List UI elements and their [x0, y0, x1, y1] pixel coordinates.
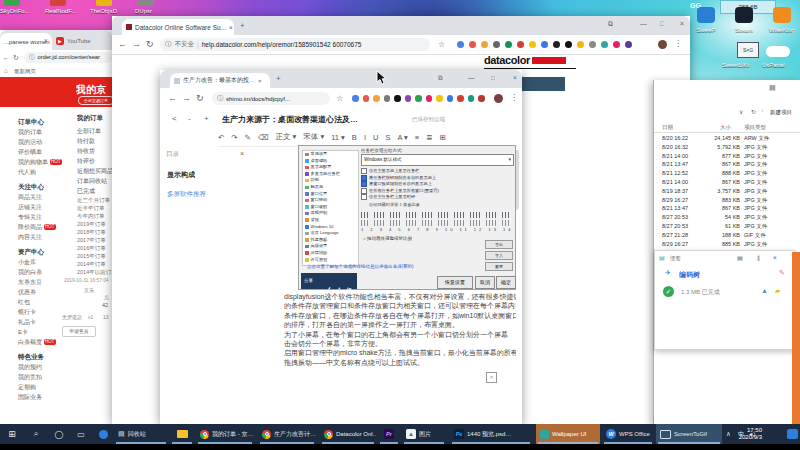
jd-sidebar-item[interactable]: 代人购: [18, 167, 76, 177]
dc-tab[interactable]: Datacolor Online Software Su... ×: [122, 19, 234, 35]
doc-text-line[interactable]: displayfusion这个软件功能也相当丰富，不仅有对分屏设置，还有很多快捷…: [284, 292, 516, 301]
ruler-ticks[interactable]: [361, 220, 511, 226]
jd-after-sale-button[interactable]: 申请售后: [62, 326, 96, 337]
doc-text-line[interactable]: 条件存放窗口，在哪边条件存放各自在每个屏幕打开，如win10默认桌面窗口: [284, 311, 516, 320]
file-row[interactable]: 8/20 16:22 24,145 KB ARW 文件: [654, 134, 800, 143]
file-row[interactable]: 8/27 20:53 61 KB JPG 文件: [654, 222, 800, 231]
back-icon[interactable]: ←: [3, 53, 10, 62]
taskbar-screentogif-button[interactable]: ScreenToGif: [656, 424, 722, 444]
doc-back-icon[interactable]: <: [172, 114, 177, 123]
jd-sidebar-item[interactable]: 资产中心: [18, 247, 76, 257]
search-button[interactable]: ⌕: [24, 424, 48, 444]
profile-avatar[interactable]: [494, 94, 503, 103]
dialog-nav-item[interactable]: 窗口移动: [303, 197, 358, 204]
desktop-icon-image[interactable]: [50, 0, 66, 6]
doc-collapse-icon[interactable]: -: [188, 114, 191, 123]
extension-icon[interactable]: [601, 41, 608, 48]
file-row[interactable]: 8/21 14:00 867 KB JPG 文件: [654, 178, 800, 187]
tab-close-icon[interactable]: ×: [44, 37, 48, 44]
extension-icon[interactable]: [373, 95, 380, 102]
reload-icon[interactable]: ↻: [13, 53, 19, 62]
reload-icon[interactable]: ↻: [146, 40, 154, 49]
dialog-nav-item[interactable]: 警报: [303, 217, 358, 224]
jd-year-link[interactable]: 近半年订单: [77, 204, 113, 212]
refresh-icon[interactable]: ↻: [751, 108, 756, 115]
action-center-icon[interactable]: [787, 429, 798, 439]
jd-order-link[interactable]: 订单回收站: [77, 176, 113, 186]
dialog-nav-item[interactable]: 托盘图标: [303, 237, 358, 244]
taskbar-recycle-button[interactable]: ▤回收站: [114, 424, 168, 444]
jd-order-link[interactable]: 待付款: [77, 136, 113, 146]
jd-banner-pill[interactable]: 全部交易订单: [78, 96, 114, 105]
dialog-nav-item[interactable]: 窗口吸附: [303, 204, 358, 211]
desktop-icon-label[interactable]: DUpsr: [135, 8, 180, 14]
tv-icon[interactable]: S×G: [737, 42, 759, 58]
format-tool[interactable]: 正文 ▾: [276, 132, 297, 142]
desktop-icon-image[interactable]: [138, 0, 154, 6]
jd-year-link[interactable]: 2017年订单: [77, 236, 113, 244]
dialog-cancel-button[interactable]: 取消: [475, 276, 495, 289]
new-tab-icon[interactable]: +: [276, 74, 281, 83]
dialog-nav-item[interactable]: 故障排除: [303, 250, 358, 257]
forward-icon[interactable]: →: [182, 94, 191, 103]
forward-icon[interactable]: →: [132, 40, 141, 49]
dialog-nav-item[interactable]: 触发器: [303, 184, 358, 191]
jd-bookmark[interactable]: 最新网页: [14, 68, 36, 75]
file-row[interactable]: 8/29 16:27 885 KB JPG 文件: [654, 240, 800, 249]
extension-icon[interactable]: [415, 95, 422, 102]
doc-text-line[interactable]: 的排序，打开各自的第一屏操作之一屏打开，布置桌面。: [284, 320, 516, 329]
extension-icon[interactable]: [625, 41, 632, 48]
back-icon[interactable]: ←: [118, 40, 127, 49]
jd-year-link[interactable]: 2019年订单: [77, 220, 113, 228]
dialog-dropdown[interactable]: Windows 默认样式 ▾: [361, 154, 514, 166]
maximize-icon[interactable]: □: [491, 74, 495, 81]
desktop-icon-label[interactable]: SkyDriFo...: [0, 8, 45, 14]
dialog-nav-item[interactable]: 常规设置: [303, 151, 358, 158]
cloud-icon[interactable]: [766, 46, 790, 57]
dialog-side-button[interactable]: 导出: [485, 240, 513, 249]
reload-icon[interactable]: ↻: [196, 94, 204, 103]
jd-sidebar-item[interactable]: 我的预约: [18, 362, 76, 372]
ruler-ticks[interactable]: [361, 212, 511, 218]
format-tool[interactable]: ⊞: [440, 133, 446, 142]
desktop-icon-label[interactable]: TheObjsD: [90, 8, 135, 14]
extension-icon[interactable]: [541, 41, 548, 48]
image-icon[interactable]: ▲: [761, 287, 768, 294]
task-view-button[interactable]: ▭: [70, 424, 92, 444]
edit-pencil-icon[interactable]: ✎: [779, 269, 785, 277]
dialog-nav-item[interactable]: 窗口位置: [303, 191, 358, 198]
file-row[interactable]: 8/29 16:27 883 KB JPG 文件: [654, 196, 800, 205]
format-tool[interactable]: ✎: [245, 133, 251, 142]
jd-sidebar-item[interactable]: 订单中心: [18, 117, 76, 127]
dialog-nav-item[interactable]: 远程控制: [303, 210, 358, 217]
extension-icon[interactable]: [577, 41, 584, 48]
maximize-icon[interactable]: □: [660, 20, 664, 27]
extension-icon[interactable]: [436, 95, 443, 102]
jd-sidebar-item[interactable]: 定期购: [18, 382, 76, 392]
share-label[interactable]: 分享: [304, 278, 313, 283]
jd-sidebar-item[interactable]: 专辑关注: [18, 212, 76, 222]
bookmark-star-icon[interactable]: ☆: [438, 40, 445, 49]
dialog-nav-item[interactable]: 语言 Language: [303, 230, 358, 237]
desktop-icon-image[interactable]: [96, 0, 112, 6]
jd-sidebar-item[interactable]: 商品关注: [18, 192, 76, 202]
jd-sidebar-item[interactable]: 红包: [18, 297, 76, 307]
column-header-type[interactable]: 项目类型: [744, 124, 766, 131]
dialog-nav-item[interactable]: 高级设置: [303, 243, 358, 250]
dialog-nav-item[interactable]: 显示器配置: [303, 164, 358, 171]
popup-list-icon[interactable]: ▤: [737, 254, 743, 261]
jd-sidebar-item[interactable]: 我的竞拍: [18, 372, 76, 382]
shimo-url[interactable]: shimo.im/docs/hdjcpyf...: [226, 96, 290, 102]
desktop-icon-label[interactable]: RealNodF...: [45, 8, 90, 14]
format-tool[interactable]: I: [364, 133, 366, 142]
taskbar-chrome3-button[interactable]: Datacolor Onl…: [320, 424, 376, 444]
back-icon[interactable]: ←: [168, 94, 177, 103]
extension-icon[interactable]: [517, 41, 524, 48]
jd-order-link[interactable]: 近期想买商品: [77, 166, 113, 176]
close-icon[interactable]: ×: [680, 20, 684, 27]
image-placeholder-icon[interactable]: ×: [486, 372, 497, 383]
cast-icon[interactable]: ⧉: [438, 74, 443, 82]
file-row[interactable]: 8/27 21:28 188 KB GIF 文件: [654, 231, 800, 240]
doc-text-line[interactable]: 击会切分一个屏幕，非常方便。: [284, 339, 516, 348]
taskbar-chrome2-button[interactable]: 生产力改善计…: [258, 424, 316, 444]
